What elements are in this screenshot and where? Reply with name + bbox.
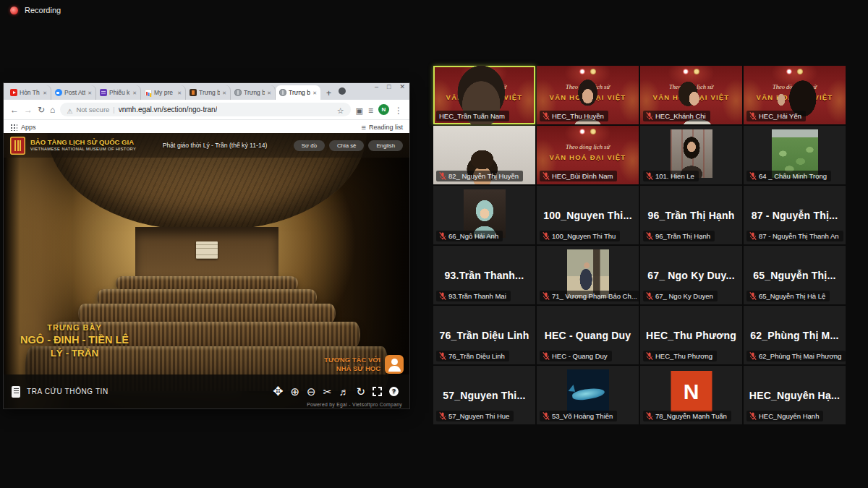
mic-off-icon	[542, 112, 550, 120]
participant-name: HEC_Hải Yến	[759, 112, 801, 121]
new-tab-button[interactable]	[323, 87, 335, 99]
apps-grid-icon[interactable]	[10, 124, 17, 131]
tab-close-icon[interactable]	[267, 90, 271, 95]
tab-close-icon[interactable]	[222, 90, 226, 95]
participant-name: HEC_Nguyên Hạnh	[759, 412, 819, 421]
snip-icon[interactable]	[323, 387, 332, 397]
participant-tile[interactable]: Theo dòng lịch sửVĂN HOÁ ĐẠI VIỆTHEC_Thu…	[537, 66, 639, 124]
participant-tile[interactable]: N78_Nguyễn Mạnh Tuấn	[640, 366, 742, 424]
reload-button[interactable]	[38, 106, 45, 114]
participant-name: HEC_Khánh Chi	[655, 112, 706, 121]
reading-list-icon[interactable]	[368, 103, 373, 116]
pan-icon[interactable]	[273, 385, 283, 398]
participant-tile[interactable]: 93.Trần Thanh...93.Trần Thanh Mai	[433, 246, 535, 304]
browser-menu-icon[interactable]	[394, 103, 403, 116]
tab-close-icon[interactable]	[177, 90, 182, 95]
participant-name: HEC_Bùi Đình Nam	[552, 172, 613, 181]
close-window-button[interactable]	[399, 84, 405, 90]
participant-tile[interactable]: 71_ Vương Phạm Bảo Ch...	[537, 246, 639, 304]
museum-name-vi: BẢO TÀNG LỊCH SỬ QUỐC GIA	[30, 139, 136, 147]
zoom-out-icon[interactable]	[307, 386, 316, 397]
extensions-icon[interactable]	[356, 103, 363, 116]
url-input[interactable]: Not secure | vnmh.egal.vn/section/ngo-tr…	[60, 103, 350, 116]
mic-off-icon	[749, 232, 757, 240]
participant-name: 62_Phùng Thị Mai Phương	[759, 352, 841, 361]
header-button[interactable]: Chia sẻ	[329, 140, 364, 151]
header-button[interactable]: English	[368, 140, 403, 151]
participant-tile[interactable]: 96_Trần Thị Hạnh96_Trần Thị Hạnh	[640, 186, 742, 244]
zoom-in-icon[interactable]	[291, 386, 300, 397]
reading-list-bar-icon[interactable]	[362, 123, 366, 132]
bookmark-star-icon[interactable]	[337, 103, 344, 116]
participant-name: 71_ Vương Phạm Bảo Ch...	[552, 292, 637, 301]
browser-tab[interactable]: Hòn Th	[7, 85, 51, 100]
tab-close-icon[interactable]	[43, 90, 47, 95]
artifact-info-card	[196, 241, 218, 259]
forward-button[interactable]	[24, 106, 33, 114]
participant-tile[interactable]: Theo dòng lịch sửVĂN HOÁ ĐẠI VIỆTHEC_Trầ…	[433, 66, 535, 124]
participant-tile[interactable]: 53_Võ Hoàng Thiên	[537, 366, 639, 424]
header-buttons: Sơ đồChia sẻEnglish	[294, 140, 403, 151]
participant-name-label: 76_Trần Diệu Linh	[436, 351, 509, 361]
maximize-button[interactable]	[387, 84, 391, 90]
participant-tile[interactable]: HEC_Nguyên Hạ...HEC_Nguyên Hạnh	[744, 366, 846, 424]
minimize-button[interactable]	[375, 84, 378, 90]
browser-tab[interactable]: My pre	[141, 85, 186, 100]
participant-tile[interactable]: Theo dòng lịch sửVĂN HOÁ ĐẠI VIỆTHEC_Hải…	[744, 66, 846, 124]
participant-tile[interactable]: 87 - Nguyễn Thị...87 - Nguyễn Thị Thanh …	[744, 186, 846, 244]
participant-name-label: HEC_Trần Tuấn Nam	[436, 111, 509, 121]
lookup-info-button[interactable]: TRA CỨU THÔNG TIN	[12, 386, 109, 398]
globe-favicon-icon	[234, 89, 242, 96]
header-button[interactable]: Sơ đồ	[294, 140, 325, 151]
home-button[interactable]	[50, 106, 55, 114]
interact-historian-button[interactable]: TƯƠNG TÁC VỚI NHÀ SỬ HỌC	[324, 355, 404, 374]
participant-tile[interactable]: 101. Hien Le	[640, 126, 742, 184]
viewer-toolbar: TRA CỨU THÔNG TIN Powered by Egal - Viet…	[4, 374, 409, 408]
tab-close-icon[interactable]	[132, 90, 137, 95]
participant-tile[interactable]: 82_ Nguyễn Thị Huyền	[433, 126, 535, 184]
participant-name: 82_ Nguyễn Thị Huyền	[448, 172, 519, 181]
participant-tile[interactable]: 66_Ngô Hải Anh	[433, 186, 535, 244]
participant-name: 64 _ Châu Minh Trọng	[759, 172, 827, 181]
participant-tile[interactable]: 76_Trần Diệu Linh76_Trần Diệu Linh	[433, 306, 535, 364]
powered-by-text: Powered by Egal - Vietsoftpro Company	[307, 402, 402, 407]
browser-tab[interactable]: Trưng b	[186, 85, 231, 100]
tab-title: Trưng b	[244, 89, 265, 96]
participant-tile[interactable]: Theo dòng lịch sửVĂN HOÁ ĐẠI VIỆTHEC_Khá…	[640, 66, 742, 124]
rotate-icon[interactable]	[356, 386, 365, 397]
participant-tile[interactable]: 62_Phùng Thị M...62_Phùng Thị Mai Phương	[744, 306, 846, 364]
participant-tile[interactable]: 57_Nguyen Thi...57_Nguyen Thi Hue	[433, 366, 535, 424]
tab-strip-extension-icon[interactable]	[339, 87, 346, 95]
browser-tab[interactable]: Trưng b	[231, 85, 276, 100]
mic-off-icon	[749, 292, 757, 300]
not-secure-warning-icon[interactable]	[67, 103, 72, 116]
lookup-label: TRA CỨU THÔNG TIN	[27, 388, 109, 395]
mic-off-icon	[646, 112, 653, 120]
back-button[interactable]	[10, 106, 19, 114]
browser-profile-avatar[interactable]: N	[378, 104, 389, 115]
tab-close-icon[interactable]	[312, 90, 317, 95]
apps-label[interactable]: Apps	[21, 124, 36, 131]
participant-name-label: 64 _ Châu Minh Trọng	[746, 171, 831, 181]
browser-tab[interactable]: Post Att	[51, 85, 96, 100]
participant-tile[interactable]: HEC - Quang DuyHEC - Quang Duy	[537, 306, 639, 364]
participant-tile[interactable]: 100_Nguyen Thi...100_Nguyen Thi Thu	[537, 186, 639, 244]
tab-title: My pre	[154, 89, 173, 96]
participant-tile[interactable]: 67_ Ngo Ky Duy...67_ Ngo Ky Duyen	[640, 246, 742, 304]
help-icon[interactable]	[389, 387, 399, 396]
participant-tile[interactable]: Theo dòng lịch sửVĂN HOÁ ĐẠI VIỆTHEC_Bùi…	[537, 126, 639, 184]
reading-list-label[interactable]: Reading list	[369, 124, 403, 131]
participant-tile[interactable]: 64 _ Châu Minh Trọng	[744, 126, 846, 184]
participant-name-label: 100_Nguyen Thi Thu	[540, 231, 620, 241]
fullscreen-icon[interactable]	[373, 387, 382, 396]
participant-tile[interactable]: HEC_Thu PhươngHEC_Thu Phương	[640, 306, 742, 364]
browser-tab[interactable]: Trưng b	[276, 85, 320, 100]
participant-grid: Theo dòng lịch sửVĂN HOÁ ĐẠI VIỆTHEC_Trầ…	[433, 66, 846, 424]
museum-viewer[interactable]: BẢO TÀNG LỊCH SỬ QUỐC GIA VIETNAMESE NAT…	[4, 133, 409, 408]
participant-tile[interactable]: 65_Nguyễn Thị...65_Nguyễn Thị Hà Lệ	[744, 246, 846, 304]
tab-close-icon[interactable]	[88, 90, 92, 95]
browser-tab[interactable]: Phiếu k	[96, 85, 141, 100]
forms-favicon-icon	[100, 89, 107, 96]
music-icon[interactable]	[339, 387, 349, 397]
historian-person-icon[interactable]	[385, 355, 404, 374]
